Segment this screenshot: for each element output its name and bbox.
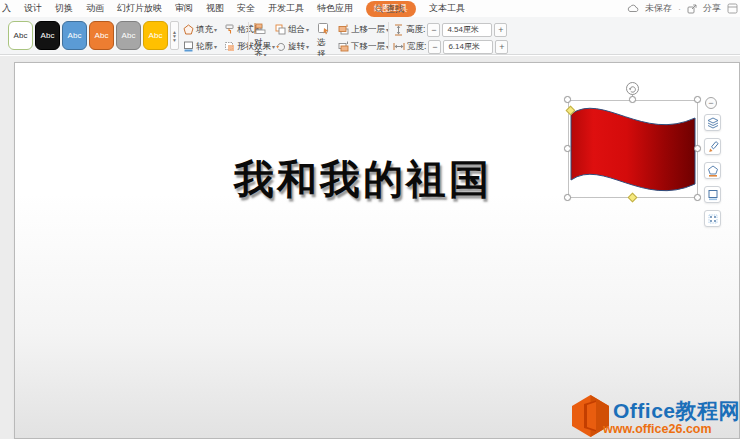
float-outline-button[interactable] <box>704 186 721 203</box>
search-icon <box>375 5 384 14</box>
width-decrease-button[interactable]: − <box>428 40 441 54</box>
shape-effects-icon <box>224 41 235 52</box>
tab-text-tools[interactable]: 文本工具 <box>429 2 465 15</box>
rotation-handle[interactable] <box>626 82 639 95</box>
size-group: 高度: − 4.54厘米 + 宽度: − 6.14厘米 + <box>393 21 508 55</box>
slide-title-text[interactable]: 我和我的祖国 <box>234 152 492 207</box>
fill-button[interactable]: 填充 <box>181 23 219 37</box>
height-decrease-button[interactable]: − <box>427 23 440 37</box>
width-value-input[interactable]: 6.14厘米 <box>443 40 493 54</box>
resize-handle-bottom-right[interactable] <box>694 194 701 201</box>
shape-outline-icon <box>707 189 719 201</box>
outline-button[interactable]: 轮廓 <box>181 40 219 54</box>
float-toolbar-collapse-button[interactable]: − <box>705 97 717 109</box>
find-label: 查找 <box>386 3 404 16</box>
style-gallery-more-button[interactable]: ▲ ▼ ▼ <box>170 21 179 50</box>
selection-pane-icon <box>317 22 330 35</box>
ribbon: Abc Abc Abc Abc Abc Abc ▲ ▼ ▼ 填充 格式刷 <box>0 17 740 55</box>
rotate-icon <box>275 41 286 52</box>
fill-label: 填充 <box>196 24 217 36</box>
divider-dot: · <box>678 4 681 14</box>
tab-insert-partial[interactable]: 入 <box>2 2 11 15</box>
style-swatch-black[interactable]: Abc <box>35 21 60 50</box>
shape-selection-box <box>568 100 698 198</box>
rotate-arrow-icon <box>628 84 637 93</box>
tab-transition[interactable]: 切换 <box>55 2 73 15</box>
cloud-sync-icon <box>627 4 639 13</box>
layers-icon <box>707 117 719 129</box>
resize-handle-middle-right[interactable] <box>694 145 701 152</box>
resize-handle-top-right[interactable] <box>694 96 701 103</box>
tab-bar: 入 设计 切换 动画 幻灯片放映 审阅 视图 安全 开发工具 特色应用 绘图工具… <box>0 0 740 17</box>
resize-handle-top-left[interactable] <box>564 96 571 103</box>
height-label: 高度: <box>406 24 425 36</box>
gallery-expand-arrow: ▼ <box>172 38 177 42</box>
pencil-icon <box>707 141 719 153</box>
style-swatch-orange[interactable]: Abc <box>89 21 114 50</box>
titlebar-right-cluster: 未保存 · 分享 <box>627 2 738 15</box>
align-icon <box>254 22 267 35</box>
group-button[interactable]: 组合 <box>273 21 311 38</box>
tab-security[interactable]: 安全 <box>237 2 255 15</box>
window-grid-icon[interactable] <box>727 3 738 14</box>
tab-review[interactable]: 审阅 <box>175 2 193 15</box>
shape-style-gallery: Abc Abc Abc Abc Abc Abc ▲ ▼ ▼ <box>8 21 179 50</box>
style-swatch-gold[interactable]: Abc <box>143 21 168 50</box>
resize-handle-top-center[interactable] <box>629 96 636 103</box>
tab-animation[interactable]: 动画 <box>86 2 104 15</box>
width-increase-button[interactable]: + <box>495 40 508 54</box>
bring-forward-label: 上移一层 <box>351 24 389 36</box>
site-watermark: Office教程网 www.office26.com <box>570 394 740 438</box>
tab-slideshow[interactable]: 幻灯片放映 <box>117 2 162 15</box>
size-group-separator <box>388 22 389 50</box>
width-icon <box>393 41 405 52</box>
send-backward-button[interactable]: 下移一层 <box>336 38 391 55</box>
fill-icon <box>183 24 194 35</box>
group-separator <box>248 22 249 50</box>
send-backward-label: 下移一层 <box>351 41 389 53</box>
sparkle-effects-icon <box>707 213 719 225</box>
rotate-button[interactable]: 旋转 <box>273 38 311 55</box>
float-effects-button[interactable] <box>704 210 721 227</box>
bring-forward-button[interactable]: 上移一层 <box>336 21 391 38</box>
tab-view[interactable]: 视图 <box>206 2 224 15</box>
height-value-input[interactable]: 4.54厘米 <box>442 23 492 37</box>
resize-handle-middle-left[interactable] <box>564 145 571 152</box>
outline-label: 轮廓 <box>196 41 217 53</box>
group-objects-icon <box>275 24 286 35</box>
height-icon <box>393 24 404 36</box>
share-icon <box>687 4 697 14</box>
find-button[interactable]: 查找 <box>375 3 404 16</box>
watermark-text: Office教程网 www.office26.com <box>613 397 740 436</box>
style-swatch-gray[interactable]: Abc <box>116 21 141 50</box>
format-painter-icon <box>224 24 235 35</box>
shape-fill-icon <box>707 165 719 177</box>
tab-special-apps[interactable]: 特色应用 <box>317 2 353 15</box>
tab-design[interactable]: 设计 <box>24 2 42 15</box>
rotate-label: 旋转 <box>288 41 309 53</box>
style-swatch-white[interactable]: Abc <box>8 21 33 50</box>
send-backward-icon <box>338 41 349 52</box>
style-swatch-blue[interactable]: Abc <box>62 21 87 50</box>
watermark-site-name: Office教程网 <box>613 397 740 425</box>
resize-handle-bottom-left[interactable] <box>564 194 571 201</box>
watermark-site-url: www.office26.com <box>603 422 730 436</box>
float-fill-button[interactable] <box>704 162 721 179</box>
float-edit-button[interactable] <box>704 138 721 155</box>
height-increase-button[interactable]: + <box>494 23 507 37</box>
width-label: 宽度: <box>407 41 426 53</box>
save-status: 未保存 <box>645 2 672 15</box>
tab-devtools[interactable]: 开发工具 <box>268 2 304 15</box>
float-layers-button[interactable] <box>704 114 721 131</box>
outline-icon <box>183 41 194 52</box>
bring-forward-icon <box>338 24 349 35</box>
group-label: 组合 <box>288 24 309 36</box>
share-button[interactable]: 分享 <box>703 2 721 15</box>
